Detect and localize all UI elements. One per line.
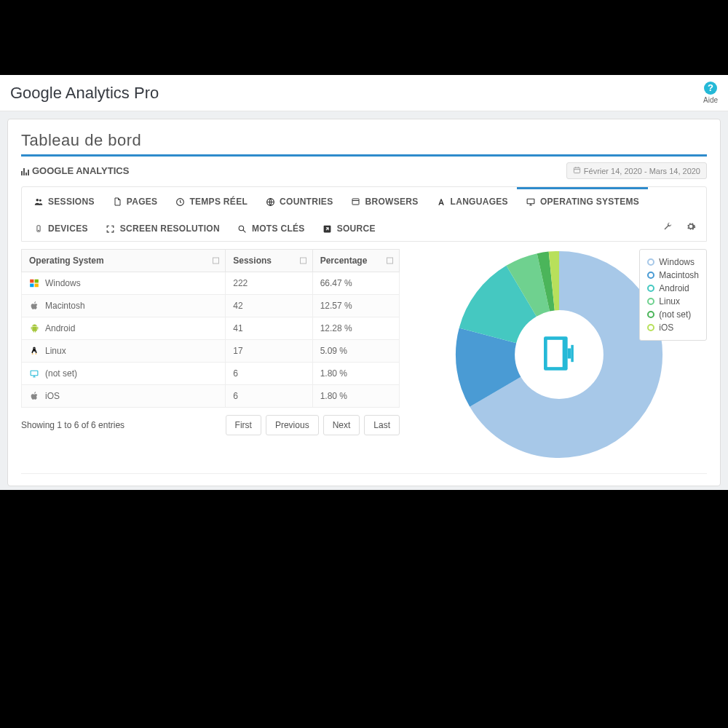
svg-rect-18	[30, 280, 33, 283]
th-percentage[interactable]: Percentage	[312, 250, 399, 272]
svg-point-23	[35, 325, 36, 326]
svg-point-22	[33, 325, 33, 326]
svg-line-16	[244, 230, 246, 232]
table-row[interactable]: iOS61.80 %	[22, 385, 400, 408]
svg-rect-19	[35, 280, 39, 283]
tab-sessions[interactable]: SESSIONS	[25, 187, 103, 214]
tab-source[interactable]: SOURCE	[314, 214, 384, 241]
search-icon	[237, 223, 248, 234]
svg-rect-10	[527, 199, 534, 204]
help-label: Aide	[703, 96, 718, 104]
os-icon	[29, 346, 39, 356]
th-os[interactable]: Operating System	[22, 250, 226, 272]
os-donut-chart: WindowsMacintoshAndroidLinux(not set)iOS	[411, 249, 707, 460]
file-icon	[112, 197, 122, 207]
legend-swatch	[647, 285, 654, 292]
svg-point-14	[39, 230, 39, 231]
panel-title: Tableau de bord	[21, 131, 707, 157]
date-range-label: Février 14, 2020 - Mars 14, 2020	[584, 167, 700, 175]
svg-point-15	[240, 226, 245, 231]
svg-rect-30	[31, 371, 38, 376]
legend-item[interactable]: Windows	[647, 256, 699, 269]
svg-rect-42	[571, 345, 574, 362]
dashboard-panel: Tableau de bord GOOGLE ANALYTICS Février…	[7, 119, 721, 486]
svg-point-29	[35, 348, 36, 349]
clock-icon	[175, 197, 185, 207]
svg-point-28	[33, 348, 34, 349]
legend-swatch	[647, 311, 654, 318]
help-icon: ?	[704, 82, 717, 95]
table-row[interactable]: Android4112.28 %	[22, 317, 400, 340]
legend-swatch	[647, 324, 654, 331]
tab-realtime[interactable]: TEMPS RÉEL	[166, 187, 256, 214]
os-icon	[29, 278, 39, 288]
app-title: Google Analytics Pro	[10, 84, 159, 103]
tab-screen-resolution[interactable]: SCREEN RESOLUTION	[97, 214, 229, 241]
tab-pages[interactable]: PAGES	[103, 187, 167, 214]
desktop-icon	[537, 333, 582, 376]
tab-browsers[interactable]: BROWSERS	[341, 187, 427, 214]
tab-countries[interactable]: COUNTRIES	[256, 187, 341, 214]
table-info: Showing 1 to 6 of 6 entries	[21, 420, 124, 430]
os-icon	[29, 368, 39, 379]
table-row[interactable]: Linux175.09 %	[22, 340, 400, 363]
os-icon	[29, 323, 39, 333]
mobile-icon	[33, 223, 44, 234]
svg-rect-8	[352, 199, 359, 205]
os-icon	[29, 391, 39, 401]
chart-legend: WindowsMacintoshAndroidLinux(not set)iOS	[639, 249, 707, 341]
tab-languages[interactable]: LANGUAGES	[427, 187, 517, 214]
pager-first[interactable]: First	[226, 415, 261, 435]
tab-devices[interactable]: DEVICES	[25, 214, 97, 241]
legend-swatch	[647, 258, 654, 266]
share-icon	[323, 223, 333, 234]
pager-last[interactable]: Last	[364, 415, 400, 435]
svg-point-4	[36, 199, 39, 202]
svg-rect-25	[37, 327, 38, 330]
svg-rect-21	[35, 284, 39, 288]
tabs-bar: SESSIONS PAGES TEMPS RÉEL COUNTRIES BROW…	[21, 186, 707, 242]
wrench-icon[interactable]	[662, 221, 673, 234]
svg-rect-41	[568, 349, 571, 359]
table-row[interactable]: Macintosh4212.57 %	[22, 295, 400, 317]
svg-point-27	[33, 352, 36, 354]
legend-item[interactable]: Linux	[647, 295, 699, 308]
legend-swatch	[647, 298, 654, 305]
legend-item[interactable]: Android	[647, 282, 699, 295]
chart-bars-icon	[21, 167, 29, 175]
pagination: First Previous Next Last	[226, 415, 400, 435]
th-sessions[interactable]: Sessions	[226, 250, 312, 272]
pager-previous[interactable]: Previous	[266, 415, 319, 435]
table-row[interactable]: (not set)61.80 %	[22, 363, 400, 385]
pager-next[interactable]: Next	[323, 415, 360, 435]
tab-keywords[interactable]: MOTS CLÉS	[229, 214, 314, 241]
os-table: Operating System Sessions Percentage Win…	[21, 249, 400, 460]
date-range-button[interactable]: Février 14, 2020 - Mars 14, 2020	[566, 162, 707, 179]
svg-rect-0	[574, 167, 579, 173]
os-icon	[29, 301, 39, 311]
calendar-icon	[573, 166, 581, 175]
section-header: GOOGLE ANALYTICS	[21, 165, 129, 176]
top-bar: Google Analytics Pro ? Aide	[0, 75, 728, 111]
legend-item[interactable]: (not set)	[647, 308, 699, 321]
font-icon	[436, 197, 446, 207]
svg-rect-20	[30, 284, 33, 288]
globe-icon	[265, 197, 275, 207]
window-icon	[350, 197, 360, 207]
expand-icon	[106, 223, 116, 234]
desktop-icon	[526, 197, 536, 207]
svg-rect-40	[547, 340, 563, 367]
svg-rect-24	[31, 327, 31, 330]
legend-item[interactable]: Macintosh	[647, 269, 699, 282]
tab-operating-systems[interactable]: OPERATING SYSTEMS	[517, 187, 648, 214]
gear-icon[interactable]	[686, 221, 696, 234]
legend-swatch	[647, 272, 654, 279]
table-row[interactable]: Windows22266.47 %	[22, 272, 400, 295]
help-button[interactable]: ? Aide	[703, 82, 718, 104]
legend-item[interactable]: iOS	[647, 321, 699, 334]
users-icon	[33, 197, 44, 207]
svg-point-5	[39, 199, 41, 202]
